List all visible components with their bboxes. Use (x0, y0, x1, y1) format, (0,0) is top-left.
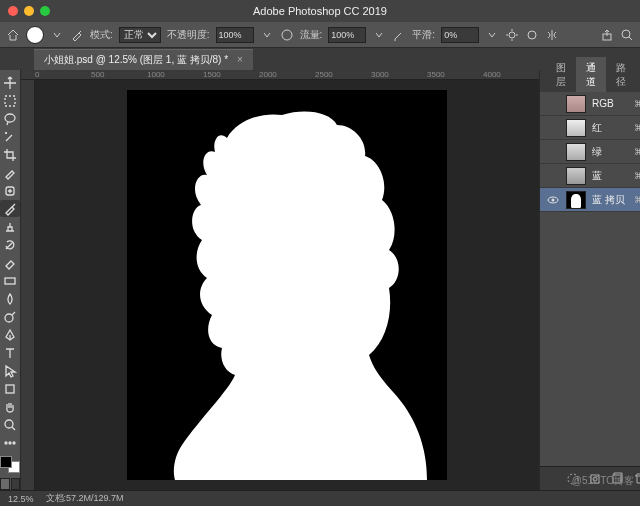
channel-thumbnail (566, 119, 586, 137)
panel-tabs: 图层 通道 路径 ≡ (540, 70, 640, 92)
artboard (127, 90, 447, 480)
document-tab[interactable]: 小姐姐.psd @ 12.5% (图层 1, 蓝 拷贝/8) * × (34, 49, 253, 70)
dodge-tool[interactable] (0, 308, 20, 325)
airbrush-icon[interactable] (392, 28, 406, 42)
close-icon[interactable]: × (237, 54, 243, 65)
svg-point-12 (5, 442, 7, 444)
gradient-tool[interactable] (0, 272, 20, 289)
chevron-down-icon[interactable] (485, 28, 499, 42)
tab-paths[interactable]: 路径 (606, 57, 636, 92)
channel-thumbnail (566, 167, 586, 185)
history-brush-tool[interactable] (0, 236, 20, 253)
zoom-tool[interactable] (0, 416, 20, 433)
chevron-down-icon[interactable] (50, 28, 64, 42)
pen-tool[interactable] (0, 326, 20, 343)
svg-point-6 (5, 114, 15, 122)
screen-mode-toggle[interactable] (0, 478, 20, 490)
brush-panel-icon[interactable] (70, 28, 84, 42)
visibility-toggle[interactable] (546, 121, 560, 135)
pressure-size-icon[interactable] (525, 28, 539, 42)
channel-shortcut: ⌘3 (634, 123, 640, 133)
channel-name: 蓝 拷贝 (592, 193, 628, 207)
symmetry-icon[interactable] (545, 28, 559, 42)
path-select-tool[interactable] (0, 362, 20, 379)
canvas[interactable] (35, 80, 539, 490)
visibility-toggle[interactable] (546, 193, 560, 207)
gear-icon[interactable] (505, 28, 519, 42)
svg-point-14 (13, 442, 15, 444)
move-tool[interactable] (0, 74, 20, 91)
edit-toolbar-button[interactable] (0, 434, 20, 451)
channel-thumbnail (566, 95, 586, 113)
visibility-toggle[interactable] (546, 145, 560, 159)
visibility-toggle[interactable] (546, 97, 560, 111)
window-minimize-button[interactable] (24, 6, 34, 16)
hand-tool[interactable] (0, 398, 20, 415)
crop-tool[interactable] (0, 146, 20, 163)
blur-tool[interactable] (0, 290, 20, 307)
chevron-down-icon[interactable] (260, 28, 274, 42)
opacity-input[interactable] (216, 27, 254, 43)
document-tab-bar: 小姐姐.psd @ 12.5% (图层 1, 蓝 拷贝/8) * × (0, 48, 640, 70)
channel-name: 蓝 (592, 169, 628, 183)
clone-stamp-tool[interactable] (0, 218, 20, 235)
window-close-button[interactable] (8, 6, 18, 16)
quick-select-tool[interactable] (0, 128, 20, 145)
channel-thumbnail (566, 191, 586, 209)
search-icon[interactable] (620, 28, 634, 42)
channel-shortcut: ⌘6 (634, 195, 640, 205)
channel-shortcut: ⌘4 (634, 147, 640, 157)
zoom-level[interactable]: 12.5% (8, 494, 34, 504)
app-title: Adobe Photoshop CC 2019 (253, 5, 387, 17)
lasso-tool[interactable] (0, 110, 20, 127)
smooth-input[interactable] (441, 27, 479, 43)
status-bar: 12.5% 文档:57.2M/129.7M (0, 490, 640, 506)
eraser-tool[interactable] (0, 254, 20, 271)
channel-row[interactable]: 红 ⌘3 (540, 116, 640, 140)
window-zoom-button[interactable] (40, 6, 50, 16)
channel-row[interactable]: 绿 ⌘4 (540, 140, 640, 164)
panel-menu-icon[interactable]: ≡ (636, 73, 640, 92)
tool-bar (0, 70, 21, 490)
svg-point-11 (5, 420, 13, 428)
channel-shortcut: ⌘2 (634, 99, 640, 109)
marquee-tool[interactable] (0, 92, 20, 109)
blend-mode-select[interactable]: 正常 (119, 27, 161, 43)
tab-channels[interactable]: 通道 (576, 57, 606, 92)
channel-name: 红 (592, 121, 628, 135)
svg-point-2 (528, 31, 536, 39)
document-tab-label: 小姐姐.psd @ 12.5% (图层 1, 蓝 拷贝/8) * (44, 54, 228, 65)
channel-name: 绿 (592, 145, 628, 159)
options-bar: 模式: 正常 不透明度: 流量: 平滑: (0, 22, 640, 48)
pressure-opacity-icon[interactable] (280, 28, 294, 42)
flow-label: 流量: (300, 28, 323, 42)
svg-rect-10 (6, 385, 14, 393)
canvas-area: 0 500 1000 1500 2000 2500 3000 3500 4000 (21, 70, 539, 490)
healing-brush-tool[interactable] (0, 182, 20, 199)
channel-row[interactable]: 蓝 ⌘5 (540, 164, 640, 188)
visibility-toggle[interactable] (546, 169, 560, 183)
brush-tool[interactable] (0, 200, 20, 217)
chevron-down-icon[interactable] (372, 28, 386, 42)
tab-layers[interactable]: 图层 (546, 57, 576, 92)
channel-row[interactable]: RGB ⌘2 (540, 92, 640, 116)
watermark: @51CTO博客 (572, 474, 634, 488)
eyedropper-tool[interactable] (0, 164, 20, 181)
svg-point-0 (282, 30, 292, 40)
home-icon[interactable] (6, 28, 20, 42)
type-tool[interactable] (0, 344, 20, 361)
color-swatches[interactable] (0, 456, 20, 473)
channel-row[interactable]: 蓝 拷贝 ⌘6 (540, 188, 640, 212)
shape-tool[interactable] (0, 380, 20, 397)
share-icon[interactable] (600, 28, 614, 42)
smooth-label: 平滑: (412, 28, 435, 42)
svg-point-1 (509, 32, 515, 38)
channel-shortcut: ⌘5 (634, 171, 640, 181)
document-info[interactable]: 文档:57.2M/129.7M (46, 492, 124, 505)
channels-list: RGB ⌘2 红 ⌘3 绿 ⌘4 蓝 ⌘5 (540, 92, 640, 466)
svg-point-4 (622, 30, 630, 38)
svg-point-9 (5, 314, 13, 322)
opacity-label: 不透明度: (167, 28, 210, 42)
brush-preview[interactable] (26, 26, 44, 44)
flow-input[interactable] (328, 27, 366, 43)
